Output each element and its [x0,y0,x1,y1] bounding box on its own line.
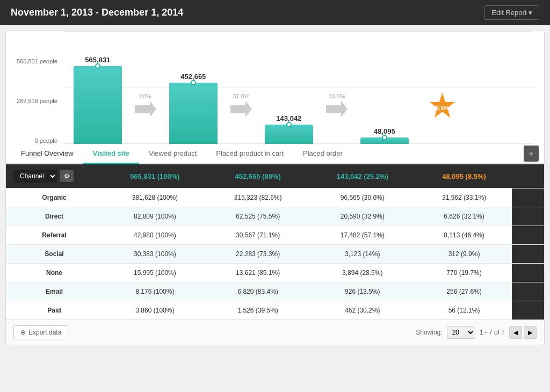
prev-page-button[interactable]: ◀ [509,326,522,339]
export-button[interactable]: ⊕ Export data [13,325,68,339]
export-label: Export data [28,329,61,336]
tab-funnel-overview[interactable]: Funnel Overview [11,144,83,164]
cell-ordered: 31,962 (33.1%) [416,188,512,207]
export-plus-icon: ⊕ [20,329,26,336]
th-channel: Channel ⚙ [6,164,103,188]
settings-button[interactable]: ⚙ [60,170,74,182]
cell-ordered: 256 (27.6%) [416,282,512,301]
cell-viewed: 6,820 (83.4%) [207,282,309,301]
th-visited: 565,831 (100%) [103,164,207,188]
showing-section: Showing: 20 50 100 1 - 7 of 7 ◀ ▶ [416,326,537,339]
bar1-dot [95,63,100,69]
cell-carted: 462 (30.2%) [308,301,416,320]
cell-ordered: 56 (12.1%) [416,301,512,320]
svg-marker-0 [135,101,156,117]
table-row: Referral42,980 (100%)30,567 (71.1%)17,48… [6,226,544,245]
cell-visited: 3,860 (100%) [103,301,207,320]
conversion-badge: 8.5% [425,91,460,126]
arrow3-icon [326,101,348,117]
cell-visited: 15,995 (100%) [103,264,207,282]
table-row: Social30,383 (100%)22,283 (73.3%)3,123 (… [6,245,544,264]
cell-viewed: 315,323 (82.6%) [207,188,309,207]
svg-text:8.5%: 8.5% [436,105,449,111]
tab-add-button[interactable]: + [524,146,539,162]
bar4-label: 48,095 [374,127,395,135]
cell-channel: None [6,264,103,282]
cell-channel: Direct [6,207,103,226]
th-visited-label: 565,831 (100%) [130,172,180,180]
date-range: November 1, 2013 - December 1, 2014 [11,7,183,18]
data-table: Channel ⚙ 565,831 (100%) 452,665 (80%) 1… [6,164,544,320]
showing-label: Showing: [416,329,442,336]
table-row: Organic381,628 (100%)315,323 (82.6%)96,5… [6,188,544,207]
table-row: Email8,176 (100%)6,820 (83.4%)926 (13.5%… [6,282,544,301]
tab-placed-order[interactable]: Placed order [293,144,352,164]
bar2-label: 452,665 [180,72,206,81]
per-page-select[interactable]: 20 50 100 [447,326,475,339]
cell-ordered: 770 (19.7%) [416,264,512,282]
bar4-dot [382,135,387,140]
cell-viewed: 62,525 (75.5%) [207,207,309,226]
y-label-bottom: 0 people [17,137,57,144]
page-header: November 1, 2013 - December 1, 2014 Edit… [0,0,550,25]
cell-carted: 20,590 (32.9%) [308,207,416,226]
bar3 [265,125,313,144]
bar2-dot [191,80,196,85]
cell-carted: 926 (13.5%) [308,282,416,301]
cell-channel: Referral [6,226,103,245]
arrow2-pct: 31.6% [233,93,249,99]
cell-carted: 17,482 (57.1%) [308,226,416,245]
y-label-top: 565,831 people [17,58,57,64]
tab-viewed-product[interactable]: Viewed product [139,144,206,164]
cell-carted: 3,123 (14%) [308,245,416,264]
th-empty [512,164,544,188]
table-row: Direct82,809 (100%)62,525 (75.5%)20,590 … [6,207,544,226]
table-body: Organic381,628 (100%)315,323 (82.6%)96,5… [6,188,544,320]
next-page-button[interactable]: ▶ [524,326,537,339]
bar3-label: 143,042 [276,114,301,122]
table-header-row: Channel ⚙ 565,831 (100%) 452,665 (80%) 1… [6,164,544,188]
cell-ordered: 312 (9.9%) [416,245,512,264]
svg-marker-2 [326,101,348,117]
cell-empty [512,264,544,282]
cell-viewed: 13,621 (85.1%) [207,264,309,282]
page-nav: ◀ ▶ [509,326,537,339]
cell-channel: Social [6,245,103,264]
table-footer: ⊕ Export data Showing: 20 50 100 1 - 7 o… [6,320,544,345]
cell-carted: 96,565 (30.6%) [308,188,416,207]
bar1-label: 565,831 [85,56,110,64]
bar2 [169,83,218,144]
arrow2-icon [230,101,252,117]
cell-visited: 8,176 (100%) [103,282,207,301]
cell-ordered: 6,626 (32.1%) [416,207,512,226]
y-label-mid: 282,916 people [17,98,57,104]
cell-viewed: 30,567 (71.1%) [207,226,309,245]
cell-carted: 3,894 (28.5%) [308,264,416,282]
tabs-row: Funnel Overview Visited site Viewed prod… [6,144,544,164]
th-viewed-label: 452,665 (80%) [235,172,280,180]
cell-visited: 42,980 (100%) [103,226,207,245]
arrow1-icon [135,101,156,117]
cell-empty [512,301,544,320]
cell-empty [512,245,544,264]
cell-empty [512,188,544,207]
tab-placed-in-cart[interactable]: Placed product in cart [206,144,293,164]
cell-ordered: 8,113 (46.4%) [416,226,512,245]
edit-report-button[interactable]: Edit Report ▾ [484,5,539,20]
main-container: 565,831 people 282,916 people 0 people 5… [5,31,545,345]
tab-visited-site[interactable]: Visited site [83,144,139,164]
channel-select[interactable]: Channel [13,170,57,183]
bar1 [74,66,122,144]
cell-visited: 381,628 (100%) [103,188,207,207]
cell-channel: Paid [6,301,103,320]
cell-viewed: 22,283 (73.3%) [207,245,309,264]
cell-visited: 30,383 (100%) [103,245,207,264]
svg-marker-1 [230,101,252,117]
th-ordered: 48,095 (8.5%) [416,164,512,188]
page-info: 1 - 7 of 7 [480,329,505,336]
cell-viewed: 1,526 (39.5%) [207,301,309,320]
cell-channel: Organic [6,188,103,207]
th-carted: 143,042 (25.2%) [308,164,416,188]
cell-visited: 82,809 (100%) [103,207,207,226]
y-axis: 565,831 people 282,916 people 0 people [17,58,57,144]
